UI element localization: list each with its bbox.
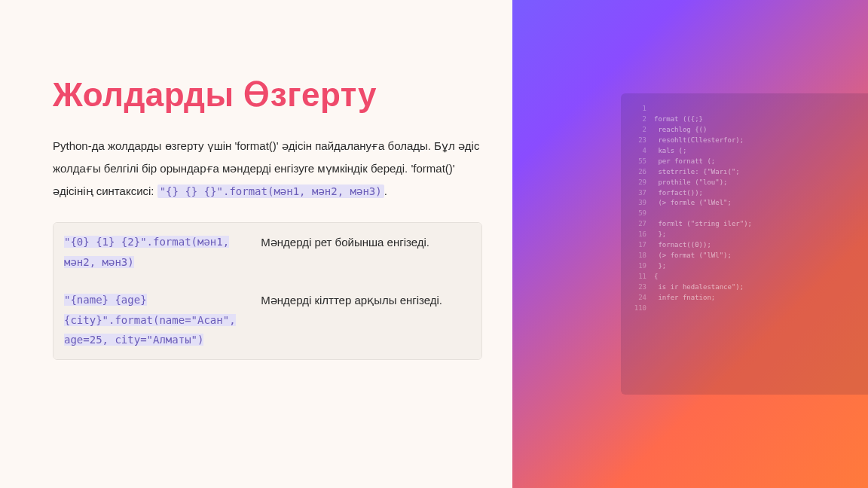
example-desc: Мәндерді кілттер арқылы енгізеді. bbox=[250, 281, 481, 359]
intro-code: "{} {} {}".format(мән1, мән2, мән3) bbox=[157, 185, 384, 198]
example-code-cell: "{0} {1} {2}".format(мән1, мән2, мән3) bbox=[53, 223, 250, 281]
example-desc: Мәндерді рет бойынша енгізеді. bbox=[250, 223, 481, 281]
page-title: Жолдарды Өзгерту bbox=[53, 75, 482, 114]
example-code: "{0} {1} {2}".format(мән1, мән2, мән3) bbox=[64, 236, 229, 268]
examples-table: "{0} {1} {2}".format(мән1, мән2, мән3) М… bbox=[53, 222, 482, 360]
decorative-panel: 12format (({;}2 reachlog {()23 resohlt(C… bbox=[512, 0, 868, 488]
code-editor-decorative: 12format (({;}2 reachlog {()23 resohlt(C… bbox=[621, 93, 868, 395]
intro-paragraph: Python-да жолдарды өзгерту үшін 'format(… bbox=[53, 135, 482, 203]
example-code-cell: "{name} {age} {city}".format(name="Асан"… bbox=[53, 281, 250, 359]
example-code: "{name} {age} {city}".format(name="Асан"… bbox=[64, 294, 236, 346]
table-row: "{name} {age} {city}".format(name="Асан"… bbox=[53, 281, 481, 359]
content-column: Жолдарды Өзгерту Python-да жолдарды өзге… bbox=[0, 0, 512, 488]
table-row: "{0} {1} {2}".format(мән1, мән2, мән3) М… bbox=[53, 223, 481, 281]
intro-text-post: . bbox=[384, 185, 387, 197]
